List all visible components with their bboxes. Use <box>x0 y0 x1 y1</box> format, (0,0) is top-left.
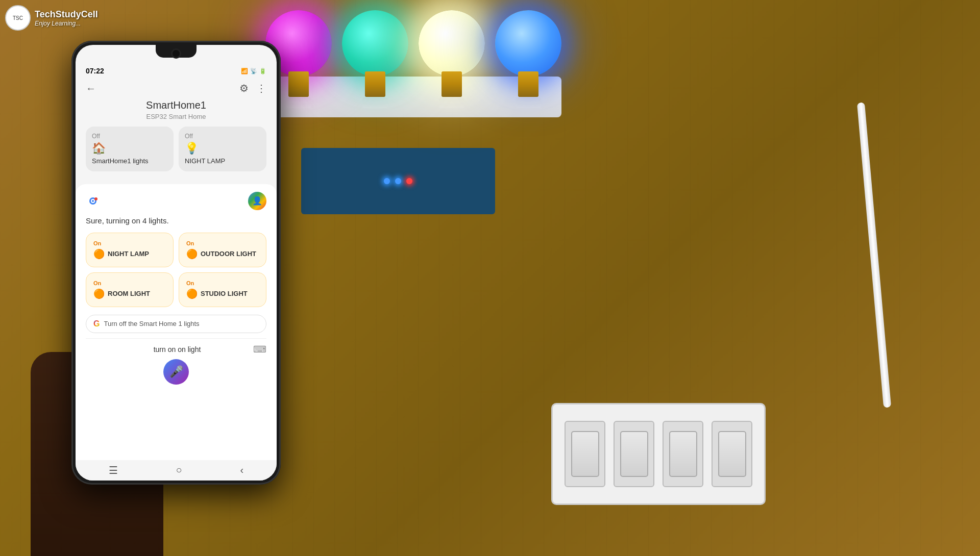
signal-icon: 📡 <box>250 68 257 74</box>
status-icons: 📶 📡 🔋 <box>241 68 266 74</box>
logo-tagline: Enjoy Learning... <box>35 20 98 27</box>
mic-button[interactable]: 🎤 <box>163 359 189 385</box>
bulbs-area <box>265 10 561 108</box>
switch-toggle-4[interactable] <box>718 431 746 477</box>
led-red-1 <box>406 178 412 184</box>
back-button[interactable]: ← <box>86 83 96 94</box>
studio-name: STUDIO LIGHT <box>201 290 248 298</box>
white-bulb-glow <box>419 10 485 77</box>
teal-bulb-socket <box>362 98 388 108</box>
home-subtitle: ESP32 Smart Home <box>86 113 266 120</box>
switch-1[interactable] <box>565 421 605 487</box>
home-title: SmartHome1 <box>86 99 266 111</box>
phone-nav: ☰ ○ ‹ <box>76 460 277 481</box>
led-blue-2 <box>395 178 401 184</box>
voice-query-text: turn on on light <box>101 345 253 353</box>
status-bar: 07:22 📶 📡 🔋 <box>76 63 277 77</box>
white-bulb-socket <box>439 98 464 108</box>
device-1-name: SmartHome1 lights <box>92 157 167 165</box>
device-2-status: Off <box>185 133 260 140</box>
blue-bulb-socket <box>516 98 541 108</box>
studio-row: 🟠 STUDIO LIGHT <box>186 288 259 299</box>
bulb-white <box>419 10 485 108</box>
logo-text-block: TechStudyCell Enjoy Learning... <box>35 9 98 27</box>
room-status: On <box>93 280 166 286</box>
google-assistant-icon <box>86 194 100 208</box>
wifi-icon: 📶 <box>241 68 248 74</box>
device-card-2[interactable]: Off 💡 NIGHT LAMP <box>179 127 266 171</box>
lights-grid: On 🟠 NIGHT LAMP On 🟠 OUTDOOR LIGHT <box>86 233 266 307</box>
device-1-icon: 🏠 <box>92 142 167 155</box>
svg-point-3 <box>94 197 97 200</box>
suggestion-text: Turn off the Smart Home 1 lights <box>104 320 199 327</box>
light-card-room[interactable]: On 🟠 ROOM LIGHT <box>86 272 174 307</box>
status-time: 07:22 <box>86 67 104 75</box>
user-avatar: 👤 <box>248 192 266 210</box>
nav-home[interactable]: ○ <box>176 464 182 476</box>
logo-title: TechStudyCell <box>35 9 98 20</box>
light-card-outdoor[interactable]: On 🟠 OUTDOOR LIGHT <box>179 233 266 267</box>
switch-4[interactable] <box>712 421 752 487</box>
device-1-status: Off <box>92 133 167 140</box>
more-icon[interactable]: ⋮ <box>256 82 266 94</box>
battery-icon: 🔋 <box>259 68 266 74</box>
input-row: turn on on light ⌨ <box>86 344 266 355</box>
svg-point-2 <box>92 200 94 202</box>
google-g-icon: G <box>93 319 100 328</box>
studio-icon: 🟠 <box>186 288 198 299</box>
outdoor-status: On <box>186 240 259 246</box>
pink-bulb-socket <box>286 98 311 108</box>
top-icons: ⚙ ⋮ <box>239 82 266 94</box>
settings-icon[interactable]: ⚙ <box>239 82 249 94</box>
smart-home-section: ← ⚙ ⋮ SmartHome1 ESP32 Smart Home Off 🏠 … <box>76 77 277 184</box>
teal-bulb-base <box>365 71 385 97</box>
night-lamp-row: 🟠 NIGHT LAMP <box>93 248 166 260</box>
logo: TSC TechStudyCell Enjoy Learning... <box>5 5 98 31</box>
blue-bulb-glow <box>495 10 561 77</box>
white-bulb-base <box>442 71 462 97</box>
light-card-night-lamp[interactable]: On 🟠 NIGHT LAMP <box>86 233 174 267</box>
outdoor-row: 🟠 OUTDOOR LIGHT <box>186 248 259 260</box>
room-icon: 🟠 <box>93 288 105 299</box>
nav-back[interactable]: ‹ <box>240 464 243 476</box>
relay-board <box>301 148 495 214</box>
device-cards: Off 🏠 SmartHome1 lights Off 💡 NIGHT LAMP <box>86 127 266 171</box>
night-lamp-name: NIGHT LAMP <box>108 250 149 258</box>
nav-menu[interactable]: ☰ <box>109 464 118 476</box>
room-row: 🟠 ROOM LIGHT <box>93 288 166 299</box>
bulb-blue <box>495 10 561 108</box>
device-card-1[interactable]: Off 🏠 SmartHome1 lights <box>86 127 174 171</box>
switch-toggle-1[interactable] <box>571 431 599 477</box>
switch-panel <box>551 403 766 505</box>
night-lamp-icon: 🟠 <box>93 248 105 260</box>
keyboard-icon[interactable]: ⌨ <box>253 344 266 355</box>
switch-2[interactable] <box>614 421 654 487</box>
assistant-section: 👤 Sure, turning on 4 lights. On 🟠 NIGHT … <box>76 184 277 460</box>
switch-toggle-2[interactable] <box>620 431 648 477</box>
pink-bulb-base <box>288 71 309 97</box>
assistant-response: Sure, turning on 4 lights. <box>86 216 266 225</box>
input-bar: turn on on light ⌨ 🎤 <box>86 338 266 385</box>
logo-avatar: TSC <box>5 5 31 31</box>
switch-3[interactable] <box>663 421 703 487</box>
light-card-studio[interactable]: On 🟠 STUDIO LIGHT <box>179 272 266 307</box>
bulb-teal <box>342 10 408 108</box>
assistant-header: 👤 <box>86 192 266 210</box>
outdoor-icon: 🟠 <box>186 248 198 260</box>
device-2-name: NIGHT LAMP <box>185 157 260 165</box>
teal-bulb-glow <box>342 10 408 77</box>
phone-screen: 07:22 📶 📡 🔋 ← ⚙ ⋮ SmartHome1 ESP32 S <box>76 45 277 481</box>
room-name: ROOM LIGHT <box>108 290 150 298</box>
phone: 07:22 📶 📡 🔋 ← ⚙ ⋮ SmartHome1 ESP32 S <box>71 41 281 485</box>
night-lamp-status: On <box>93 240 166 246</box>
suggestion-chip[interactable]: G Turn off the Smart Home 1 lights <box>86 315 266 333</box>
led-blue-1 <box>384 178 390 184</box>
mic-icon: 🎤 <box>169 365 183 378</box>
switch-toggle-3[interactable] <box>669 431 697 477</box>
device-2-icon: 💡 <box>185 142 260 155</box>
nav-row: ← ⚙ ⋮ <box>86 82 266 94</box>
phone-camera <box>171 48 181 59</box>
phone-content: 07:22 📶 📡 🔋 ← ⚙ ⋮ SmartHome1 ESP32 S <box>76 63 277 481</box>
outdoor-name: OUTDOOR LIGHT <box>201 250 256 258</box>
blue-bulb-base <box>518 71 538 97</box>
